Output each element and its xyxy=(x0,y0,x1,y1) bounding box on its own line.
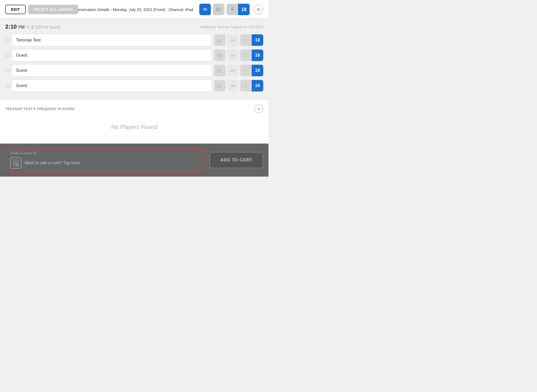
player-score-button-3[interactable]: ## xyxy=(227,65,239,76)
hash-icon: ## xyxy=(231,84,235,88)
end-ampm: PM (Back) xyxy=(42,25,61,29)
header-right: ✉ 18 ✕ xyxy=(199,4,263,15)
holes-badge-group: 18 xyxy=(227,4,250,15)
redo-icon: ↻ xyxy=(26,25,30,30)
player-controls-1: ## 18 xyxy=(214,34,263,46)
svg-point-3 xyxy=(220,41,221,42)
player-location-icon-1 xyxy=(240,34,252,46)
svg-rect-10 xyxy=(13,160,18,166)
player-location-icon-3 xyxy=(240,65,252,76)
svg-point-9 xyxy=(220,87,221,88)
frequent-players-section: TEESNAP TEST'S FREQUENT PLAYERS ∨ No Pla… xyxy=(0,99,268,144)
holes-count: 18 xyxy=(238,4,250,15)
created-by: created by Teesnap Support on 7/25/2022 xyxy=(200,25,263,29)
hash-icon: ## xyxy=(231,68,235,73)
notes-section[interactable]: Details & Notes (0) Want to add a note? … xyxy=(5,148,204,172)
player-row: ## 18 xyxy=(5,49,263,62)
notes-document-icon xyxy=(10,157,22,169)
start-time: 2:10 xyxy=(5,23,17,30)
start-ampm: PM xyxy=(18,25,25,30)
svg-point-8 xyxy=(218,87,219,88)
player-location-icon-4 xyxy=(240,80,252,91)
player-holes-badge-3: 18 xyxy=(240,65,263,76)
frequent-header: TEESNAP TEST'S FREQUENT PLAYERS ∨ xyxy=(5,104,263,113)
player-controls-3: ## 18 xyxy=(214,65,263,76)
cart-button[interactable] xyxy=(213,4,224,15)
player-holes-badge-1: 18 xyxy=(240,34,263,46)
end-time: 4:10 xyxy=(31,24,41,30)
golf-cart-icon xyxy=(216,7,222,13)
hash-icon: ## xyxy=(231,38,235,42)
no-players-message: No Players Found xyxy=(5,118,263,136)
player-holes-count-4: 18 xyxy=(252,80,263,91)
svg-point-6 xyxy=(218,72,219,73)
notes-label: Details & Notes (0) xyxy=(10,151,200,155)
header-left: EDIT SELECT ALL UNPAID xyxy=(5,5,78,14)
player-holes-count-1: 18 xyxy=(252,34,263,46)
close-button[interactable]: ✕ xyxy=(253,4,263,14)
player-controls-4: ## 18 xyxy=(214,80,263,91)
player-row: ## 18 xyxy=(5,79,263,92)
notes-placeholder-text: Want to add a note? Tap here. xyxy=(25,161,81,165)
player-radio-1[interactable] xyxy=(5,38,9,42)
notes-content: Want to add a note? Tap here. xyxy=(10,157,200,169)
player-score-button-1[interactable]: ## xyxy=(227,34,239,46)
close-icon: ✕ xyxy=(257,7,260,12)
end-time-group: ↻ 4:10 PM (Back) xyxy=(26,24,61,30)
chevron-down-icon: ∨ xyxy=(257,107,260,111)
location-icon xyxy=(227,4,238,15)
svg-point-4 xyxy=(218,56,219,57)
add-to-cart-button[interactable]: ADD TO CART xyxy=(210,152,263,168)
player-radio-3[interactable] xyxy=(5,68,9,73)
page-title: Reservation Details - Monday, July 25, 2… xyxy=(75,7,193,12)
email-icon: ✉ xyxy=(203,7,207,12)
player-name-input-2[interactable] xyxy=(12,49,212,62)
select-all-unpaid-button[interactable]: SELECT ALL UNPAID xyxy=(28,5,78,14)
player-row: ## 18 xyxy=(5,34,263,46)
player-cart-button-3[interactable] xyxy=(214,65,225,76)
player-holes-badge-4: 18 xyxy=(240,80,263,91)
player-cart-button-4[interactable] xyxy=(214,80,225,91)
player-radio-4[interactable] xyxy=(5,84,9,88)
email-button[interactable]: ✉ xyxy=(199,4,211,15)
player-name-input-4[interactable] xyxy=(12,79,212,92)
header: EDIT SELECT ALL UNPAID Reservation Detai… xyxy=(0,0,268,19)
collapse-frequent-button[interactable]: ∨ xyxy=(254,104,263,113)
player-score-button-4[interactable]: ## xyxy=(227,80,239,91)
svg-point-2 xyxy=(218,41,219,42)
player-cart-button-2[interactable] xyxy=(214,50,225,61)
player-name-input-1[interactable] xyxy=(12,34,212,46)
svg-point-0 xyxy=(217,10,218,11)
player-radio-2[interactable] xyxy=(5,53,9,57)
player-controls-2: ## 18 xyxy=(214,50,263,61)
player-name-input-3[interactable] xyxy=(12,64,212,77)
frequent-section-title: TEESNAP TEST'S FREQUENT PLAYERS xyxy=(5,107,74,111)
player-score-button-2[interactable]: ## xyxy=(227,50,239,61)
svg-point-5 xyxy=(220,56,221,57)
svg-line-15 xyxy=(18,165,19,166)
svg-point-1 xyxy=(219,10,220,11)
player-holes-count-3: 18 xyxy=(252,65,263,76)
player-holes-badge-2: 18 xyxy=(240,50,263,61)
time-row: 2:10 PM ↻ 4:10 PM (Back) created by Tees… xyxy=(5,23,263,30)
player-location-icon-2 xyxy=(240,50,252,61)
bottom-bar: Details & Notes (0) Want to add a note? … xyxy=(0,144,268,177)
time-info: 2:10 PM ↻ 4:10 PM (Back) xyxy=(5,23,61,30)
hash-icon: ## xyxy=(231,53,235,58)
edit-button[interactable]: EDIT xyxy=(5,5,26,14)
player-row: ## 18 xyxy=(5,64,263,77)
svg-point-7 xyxy=(220,72,221,73)
players-list: ## 18 xyxy=(5,34,263,92)
player-holes-count-2: 18 xyxy=(252,50,263,61)
player-cart-button-1[interactable] xyxy=(214,34,225,46)
main-content: 2:10 PM ↻ 4:10 PM (Back) created by Tees… xyxy=(0,19,268,99)
